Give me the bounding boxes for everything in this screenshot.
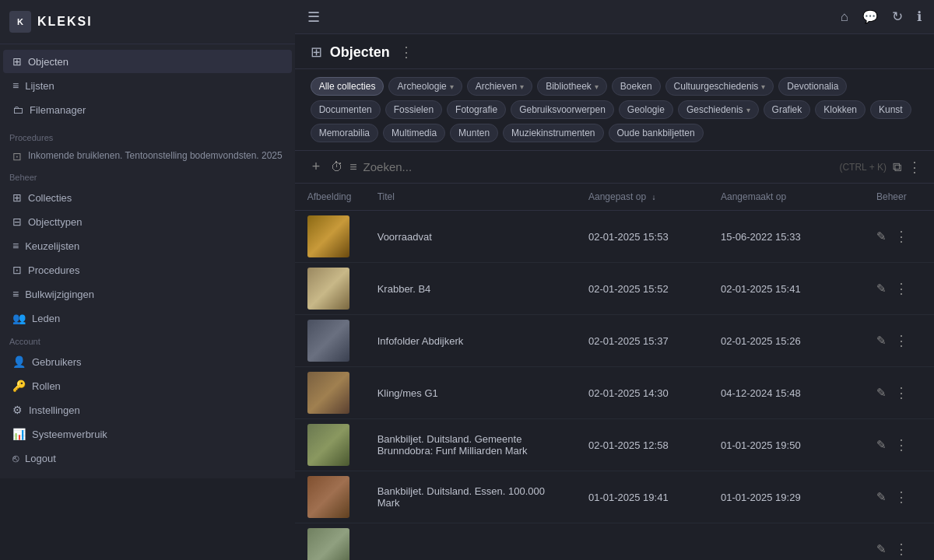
filter-chip-kunst[interactable]: Kunst (870, 100, 911, 119)
filter-chip-klokken[interactable]: Klokken (815, 100, 866, 119)
home-icon[interactable]: ⌂ (841, 9, 848, 25)
cell-created: 15-06-2022 15:33 (708, 211, 864, 263)
row-more-button[interactable]: ⋮ (894, 280, 908, 297)
filter-chip-bibliotheek[interactable]: Bibliotheek ▾ (537, 77, 607, 96)
sidebar-item-label: Objecten (28, 56, 68, 68)
filter-chip-archeologie[interactable]: Archeologie ▾ (388, 77, 462, 96)
cell-modified: 02-01-2025 15:53 (576, 211, 708, 263)
add-button[interactable]: + (307, 157, 325, 177)
cell-title: Bankbiljet. Duitsland. Essen. 100.000 Ma… (365, 471, 576, 523)
object-thumbnail (307, 268, 349, 310)
filter-chip-multimedia[interactable]: Multimedia (383, 124, 445, 142)
filter-chip-boeken[interactable]: Boeken (612, 77, 661, 96)
menu-icon[interactable]: ☰ (307, 9, 320, 25)
filter-icon[interactable]: ≡ (349, 160, 356, 174)
sidebar-item-filemanager[interactable]: 🗀 Filemanager (3, 98, 292, 121)
sidebar-item-label: Bulkwijzigingen (25, 289, 94, 300)
sidebar-item-systeemverbruik[interactable]: 📊 Systeemverbruik (3, 422, 292, 446)
table-row: Bankbiljet. Duitsland. Essen. 100.000 Ma… (295, 471, 934, 523)
cell-manage: ✎ ⋮ (864, 263, 934, 315)
filter-label: Boeken (620, 81, 652, 92)
filter-chip-fotografie[interactable]: Fotografie (447, 100, 506, 119)
cell-created: 02-01-2025 15:26 (708, 315, 864, 367)
refresh-icon[interactable]: ↻ (892, 9, 903, 25)
sidebar-item-label: Collecties (28, 192, 72, 204)
row-more-button[interactable]: ⋮ (894, 332, 908, 349)
edit-button[interactable]: ✎ (876, 438, 887, 452)
edit-button[interactable]: ✎ (876, 542, 887, 556)
edit-button[interactable]: ✎ (876, 386, 887, 400)
instellingen-icon: ⚙ (12, 404, 23, 416)
cell-image (295, 367, 365, 419)
edit-button[interactable]: ✎ (876, 490, 887, 504)
table-row: Kling/mes G1 02-01-2025 14:30 04-12-2024… (295, 367, 934, 419)
filter-chip-fossielen[interactable]: Fossielen (385, 100, 442, 119)
cell-image (295, 315, 365, 367)
sidebar-procedures-item[interactable]: ⊡ Inkomende bruiklenen. Tentoonstelling … (3, 146, 292, 166)
edit-button[interactable]: ✎ (876, 229, 887, 243)
logout-icon: ⎋ (12, 452, 19, 464)
sidebar-item-logout[interactable]: ⎋ Logout (3, 446, 292, 470)
cell-created: 04-12-2024 15:48 (708, 367, 864, 419)
filter-chip-alle[interactable]: Alle collecties (311, 77, 384, 96)
row-more-button[interactable]: ⋮ (894, 228, 908, 245)
sidebar-item-bulkwijzigingen[interactable]: ≡ Bulkwijzigingen (3, 282, 292, 306)
edit-button[interactable]: ✎ (876, 334, 887, 348)
chevron-down-icon: ▾ (520, 82, 524, 91)
sidebar-item-leden[interactable]: 👥 Leden (3, 306, 292, 330)
filemanager-icon: 🗀 (12, 103, 23, 116)
sidebar-logo[interactable]: K KLEKSI (0, 0, 295, 44)
filter-label: Muziekinstrumenten (511, 128, 595, 138)
cell-manage: ✎ ⋮ (864, 523, 934, 561)
filter-bar: Alle collecties Archeologie ▾ Archieven … (295, 69, 934, 151)
filter-chip-munten[interactable]: Munten (450, 124, 498, 142)
filter-label: Munten (458, 128, 490, 138)
filter-chip-oude-bankbiljetten[interactable]: Oude bankbiljetten (609, 124, 704, 142)
filter-chip-geologie[interactable]: Geologie (619, 100, 673, 119)
sidebar-item-collecties[interactable]: ⊞ Collecties (3, 186, 292, 209)
filter-label: Fossielen (394, 104, 434, 115)
history-icon[interactable]: ⏱ (331, 160, 343, 174)
cell-image (295, 419, 365, 471)
collecties-icon: ⊞ (12, 191, 22, 204)
sidebar-item-objecttypen[interactable]: ⊟ Objecttypen (3, 210, 292, 233)
sidebar-item-keuzelijsten[interactable]: ≡ Keuzelijsten (3, 234, 292, 257)
sidebar-item-label: Logout (25, 453, 56, 464)
cell-manage: ✎ ⋮ (864, 419, 934, 471)
edit-button[interactable]: ✎ (876, 282, 887, 296)
filter-chip-muziekinstrumenten[interactable]: Muziekinstrumenten (503, 124, 603, 142)
cell-created: 01-01-2025 19:29 (708, 471, 864, 523)
filter-chip-devotionalia[interactable]: Devotionalia (778, 77, 847, 96)
col-header-titel: Titel (365, 184, 576, 211)
filter-chip-memorabilia[interactable]: Memorabilia (311, 124, 378, 142)
row-more-button[interactable]: ⋮ (894, 488, 908, 506)
filter-chip-cultuurgeschiedenis[interactable]: Cultuurgeschiedenis ▾ (665, 77, 774, 96)
bulkwijzigingen-icon: ≡ (12, 288, 19, 300)
sidebar-item-label: Lijsten (25, 80, 54, 92)
sidebar-item-rollen[interactable]: 🔑 Rollen (3, 374, 292, 397)
sidebar-item-instellingen[interactable]: ⚙ Instellingen (3, 398, 292, 422)
chat-icon[interactable]: 💬 (862, 9, 878, 24)
sidebar-item-gebruikers[interactable]: 👤 Gebruikers (3, 350, 292, 373)
info-icon[interactable]: ℹ (917, 9, 922, 25)
filter-chip-grafiek[interactable]: Grafiek (764, 100, 811, 119)
cell-title: Bankbiljet. Duitsland. Gemeente Brunndob… (365, 419, 576, 471)
cell-manage: ✎ ⋮ (864, 315, 934, 367)
row-more-button[interactable]: ⋮ (894, 436, 908, 453)
filter-chip-archieven[interactable]: Archieven ▾ (467, 77, 532, 96)
filter-chip-documenten[interactable]: Documenten (311, 100, 381, 119)
more-options-icon[interactable]: ⋮ (908, 159, 922, 176)
search-input[interactable] (363, 160, 834, 173)
sidebar-item-procedures[interactable]: ⊡ Procedures (3, 258, 292, 282)
object-thumbnail (307, 424, 349, 466)
chevron-down-icon: ▾ (595, 82, 599, 91)
copy-icon[interactable]: ⧉ (893, 160, 901, 174)
sidebar-item-objecten[interactable]: ⊞ Objecten (3, 50, 292, 73)
page-menu-icon[interactable]: ⋮ (399, 44, 413, 61)
col-header-aangepast[interactable]: Aangepast op ↓ (576, 184, 708, 211)
row-more-button[interactable]: ⋮ (894, 541, 908, 558)
filter-chip-geschiedenis[interactable]: Geschiedenis ▾ (678, 100, 759, 119)
row-more-button[interactable]: ⋮ (894, 384, 908, 401)
sidebar-item-lijsten[interactable]: ≡ Lijsten (3, 74, 292, 97)
filter-chip-gebruiksvoorwerpen[interactable]: Gebruiksvoorwerpen (511, 100, 614, 119)
